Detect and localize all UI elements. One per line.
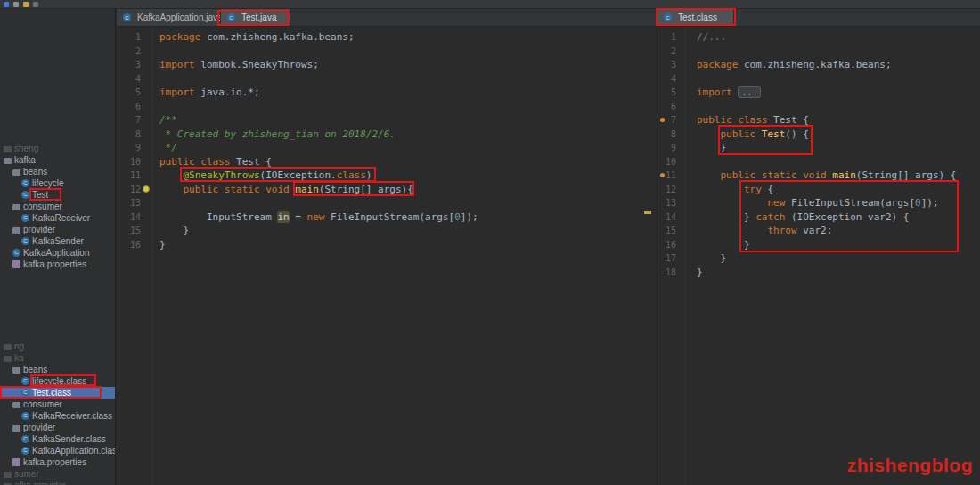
code-token: (IOException. (260, 169, 337, 181)
code-line[interactable]: new FileInputStream(args[0]); (697, 196, 980, 210)
code-line[interactable] (159, 100, 657, 114)
code-token: ... (738, 86, 761, 98)
tree-item-ng[interactable]: ng (0, 341, 115, 352)
tree-item-afka-provider[interactable]: afka.provider (0, 480, 115, 485)
tree-item-kafkaapplication[interactable]: CKafkaApplication (0, 247, 115, 259)
tree-item-label: kafka.properties (23, 259, 86, 270)
code-line[interactable]: @SneakyThrows(IOException.class) (159, 169, 657, 183)
line-number: 15 (130, 224, 151, 238)
tree-item-label: KafkaSender (32, 235, 84, 247)
code-line[interactable] (697, 155, 980, 169)
tree-item-label: KafkaSender.class (32, 433, 106, 445)
tree-item-consumer[interactable]: consumer (0, 399, 115, 410)
line-number: 5 (671, 86, 685, 100)
code-line[interactable]: public class Test { (697, 113, 980, 127)
tree-item-kafkaapplication-class[interactable]: CKafkaApplication.class (0, 445, 115, 456)
menu-icon-3[interactable] (23, 2, 29, 7)
tree-item-consumer[interactable]: consumer (0, 201, 115, 212)
code-token: FileInputStream(args[ (331, 211, 454, 223)
code-line[interactable]: } (159, 238, 657, 252)
code-area-left: 12345678910111213141516 package com.zhis… (117, 27, 657, 485)
gutter-line: 16 (117, 238, 151, 252)
code-line[interactable]: public Test() { (697, 127, 980, 142)
gutter-line: 1 (657, 30, 685, 45)
class-icon: C (21, 179, 29, 187)
code-line[interactable] (159, 45, 657, 59)
tree-item-beans[interactable]: beans (0, 166, 115, 177)
tree-item-kafkasender[interactable]: CKafkaSender (0, 235, 115, 247)
code-line[interactable]: */ (159, 141, 657, 155)
gutter-line: 10 (657, 155, 685, 169)
folder-icon (12, 227, 20, 234)
line-number: 12 (666, 183, 685, 197)
editor-splitter[interactable] (657, 9, 657, 485)
line-number: 6 (671, 100, 685, 114)
code-line[interactable]: * Created by zhisheng_tian on 2018/2/6. (159, 127, 657, 142)
code-line[interactable]: } (697, 251, 980, 266)
menu-icon-2[interactable] (13, 2, 19, 7)
code-token: public static void (184, 184, 296, 195)
tree-item-ka[interactable]: ka (0, 352, 115, 364)
tree-item-provider[interactable]: provider (0, 422, 115, 433)
gutter-line: 1 (117, 30, 151, 45)
code-line[interactable]: public static void main(String[] args) { (697, 169, 980, 183)
tree-item-lifecycle[interactable]: Clifecycle (0, 177, 115, 189)
tree-item-kafka[interactable]: kafka (0, 154, 115, 166)
code-line[interactable]: } (697, 238, 980, 252)
tree-item-provider[interactable]: provider (0, 224, 115, 235)
tree-item-sheng[interactable]: sheng (0, 143, 115, 154)
code-token: lombok.SneakyThrows; (200, 59, 318, 70)
code-line[interactable] (697, 72, 980, 86)
gutter-line: 15 (117, 224, 151, 238)
watermark: zhishengblog (847, 455, 973, 476)
tree-item-kafka-properties[interactable]: kafka.properties (0, 456, 115, 468)
tree-item-label: consumer (23, 201, 62, 212)
tab-test-class[interactable]: CTest.class (657, 9, 734, 26)
code-left[interactable]: package com.zhisheng.kafka.beans;import … (152, 27, 657, 485)
tree-item-sumer[interactable]: sumer (0, 468, 115, 480)
code-line[interactable] (159, 196, 657, 210)
code-line[interactable]: public class Test { (159, 155, 657, 169)
code-line[interactable]: import java.io.*; (159, 86, 657, 100)
code-token: public static void (721, 169, 833, 181)
code-line[interactable]: import lombok.SneakyThrows; (159, 58, 657, 72)
tree-item-test-class[interactable]: CTest.class (0, 387, 115, 399)
code-line[interactable]: } (697, 266, 980, 280)
code-line[interactable]: try { (697, 183, 980, 197)
tree-item-label: beans (23, 364, 47, 375)
code-token (697, 169, 721, 181)
code-line[interactable]: package com.zhisheng.kafka.beans; (697, 58, 980, 72)
tree-item-kafka-properties[interactable]: kafka.properties (0, 259, 115, 270)
tree-item-kafkasender-class[interactable]: CKafkaSender.class (0, 433, 115, 445)
code-line[interactable]: import ... (697, 86, 980, 100)
code-line[interactable]: public static void main(String[] args){ (159, 183, 657, 197)
tree-item-beans[interactable]: beans (0, 364, 115, 375)
code-line[interactable] (697, 100, 980, 114)
code-line[interactable]: } (159, 224, 657, 238)
code-token: public (721, 128, 762, 140)
tab-kafkaapplication-java[interactable]: CKafkaApplication.java (117, 9, 221, 26)
tree-item-test[interactable]: CTest (0, 189, 115, 201)
code-line[interactable]: } (697, 141, 980, 155)
tree-item-kafkareceiver[interactable]: CKafkaReceiver (0, 212, 115, 224)
code-line[interactable]: InputStream in = new FileInputStream(arg… (159, 210, 657, 225)
folder-icon (4, 344, 12, 350)
code-line[interactable]: throw var2; (697, 224, 980, 238)
line-number: 17 (666, 251, 685, 266)
tree-item-lifecycle-class[interactable]: Clifecycle.class (0, 375, 115, 387)
line-number: 4 (135, 72, 151, 86)
code-line[interactable] (159, 72, 657, 86)
code-line[interactable]: } catch (IOException var2) { (697, 210, 980, 225)
gutter-line: 14 (657, 210, 685, 225)
code-line[interactable]: //... (697, 30, 980, 45)
menu-icon-1[interactable] (4, 2, 9, 7)
intention-bulb-icon[interactable] (143, 185, 150, 193)
tree-item-kafkareceiver-class[interactable]: CKafkaReceiver.class (0, 410, 115, 422)
code-line[interactable]: package com.zhisheng.kafka.beans; (159, 30, 657, 45)
code-line[interactable]: /** (159, 113, 657, 127)
code-line[interactable] (697, 45, 980, 59)
line-number: 6 (135, 100, 151, 114)
tab-test-java[interactable]: CTest.java (221, 9, 290, 26)
menu-icon-4[interactable] (33, 2, 38, 7)
code-right[interactable]: //...package com.zhisheng.kafka.beans;im… (686, 27, 980, 485)
